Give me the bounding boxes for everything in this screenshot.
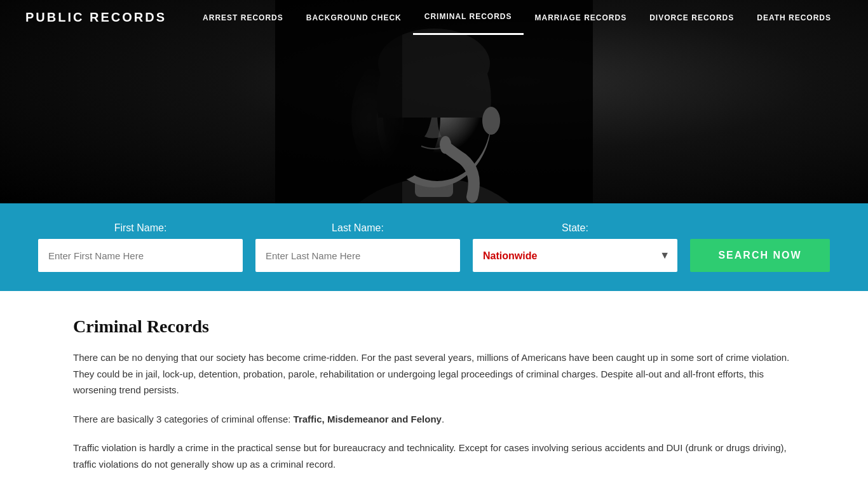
svg-point-9: [440, 136, 451, 154]
nav-death-records[interactable]: DEATH RECORDS: [745, 0, 843, 35]
site-logo: PUBLIC RECORDS: [25, 10, 166, 25]
svg-point-11: [482, 107, 500, 135]
paragraph-2-suffix: .: [442, 414, 444, 424]
content-paragraph-2: There are basically 3 categories of crim…: [73, 411, 795, 428]
nav-divorce-records[interactable]: DIVORCE RECORDS: [638, 0, 745, 35]
last-name-field: Last Name:: [255, 222, 460, 272]
content-title: Criminal Records: [73, 316, 795, 337]
paragraph-2-prefix: There are basically 3 categories of crim…: [73, 414, 294, 424]
search-now-button[interactable]: SEARCH NOW: [690, 239, 830, 272]
content-paragraph-1: There can be no denying that our society…: [73, 349, 795, 398]
first-name-field: First Name:: [38, 222, 243, 272]
paragraph-2-bold: Traffic, Misdemeanor and Felony: [294, 414, 442, 424]
state-select-wrapper: NationwideAlabamaAlaskaArizonaArkansasCa…: [473, 239, 677, 272]
content-paragraph-3: Traffic violation is hardly a crime in t…: [73, 440, 795, 472]
nav-marriage-records[interactable]: MARRIAGE RECORDS: [524, 0, 639, 35]
header: PUBLIC RECORDS ARREST RECORDS BACKGROUND…: [0, 0, 868, 35]
last-name-label: Last Name:: [255, 222, 460, 234]
state-label: State:: [473, 222, 677, 234]
main-nav: ARREST RECORDS BACKGROUND CHECK CRIMINAL…: [191, 0, 843, 35]
search-bar: First Name: Last Name: State: Nationwide…: [0, 203, 868, 291]
content-section: Criminal Records There can be no denying…: [0, 291, 868, 488]
nav-arrest-records[interactable]: ARREST RECORDS: [191, 0, 295, 35]
last-name-input[interactable]: [255, 239, 460, 272]
first-name-label: First Name:: [38, 222, 243, 234]
nav-background-check[interactable]: BACKGROUND CHECK: [295, 0, 413, 35]
nav-criminal-records[interactable]: CRIMINAL RECORDS: [413, 0, 524, 35]
state-select[interactable]: NationwideAlabamaAlaskaArizonaArkansasCa…: [473, 239, 677, 272]
state-field: State: NationwideAlabamaAlaskaArizonaArk…: [473, 222, 677, 272]
first-name-input[interactable]: [38, 239, 243, 272]
